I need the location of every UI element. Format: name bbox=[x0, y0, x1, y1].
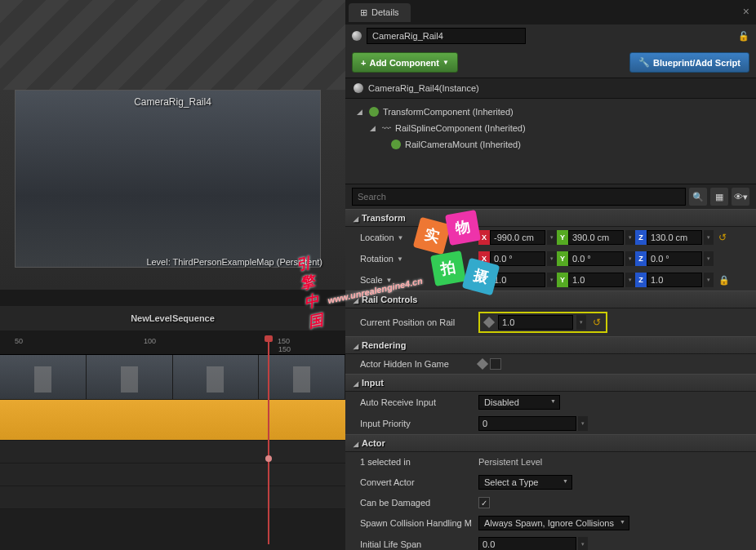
add-component-button[interactable]: + Add Component ▼ bbox=[352, 52, 458, 73]
category-transform[interactable]: Transform bbox=[345, 209, 756, 227]
scale-label: Scale bbox=[360, 275, 383, 285]
category-rendering[interactable]: Rendering bbox=[345, 336, 756, 354]
blueprint-button[interactable]: 🔧 Blueprint/Add Script bbox=[629, 52, 749, 73]
rail-position-label: Current Position on Rail bbox=[360, 317, 455, 327]
scale-z-input[interactable] bbox=[647, 273, 702, 287]
expand-icon[interactable]: ◢ bbox=[357, 108, 365, 116]
matrix-icon[interactable]: ▦ bbox=[710, 188, 728, 206]
spinner-icon[interactable]: ▾ bbox=[578, 537, 588, 550]
component-icon bbox=[391, 140, 401, 149]
persistent-level-text: Persistent Level bbox=[478, 457, 542, 467]
prop-selected-in: 1 selected in Persistent Level bbox=[345, 452, 756, 472]
tick-100: 100 bbox=[144, 337, 156, 345]
component-label: RailCameraMount (Inherited) bbox=[405, 140, 521, 149]
viewport-actor-label: CameraRig_Rail4 bbox=[134, 96, 211, 108]
chevron-down-icon[interactable]: ▼ bbox=[398, 234, 404, 242]
keyframe-icon[interactable] bbox=[483, 317, 495, 328]
viewport-render[interactable] bbox=[15, 90, 321, 268]
auto-receive-dropdown[interactable]: Disabled bbox=[478, 395, 560, 410]
revert-icon[interactable]: ↺ bbox=[718, 232, 727, 243]
rotation-x-input[interactable] bbox=[490, 251, 545, 266]
timeline-ruler[interactable]: 50 100 150 150 bbox=[0, 330, 345, 355]
search-icon[interactable]: 🔍 bbox=[689, 188, 707, 206]
category-rail[interactable]: Rail Controls bbox=[345, 291, 756, 308]
input-priority-label: Input Priority bbox=[360, 419, 411, 428]
spline-icon: 〰 bbox=[382, 123, 391, 133]
spinner-icon[interactable]: ▾ bbox=[547, 230, 557, 245]
component-railcamera[interactable]: RailCameraMount (Inherited) bbox=[345, 136, 756, 153]
keyframe-marker[interactable] bbox=[265, 455, 272, 462]
chevron-down-icon: ▼ bbox=[442, 59, 449, 66]
spinner-icon[interactable]: ▾ bbox=[547, 273, 557, 287]
spinner-icon[interactable]: ▾ bbox=[704, 230, 714, 245]
lock-icon[interactable]: 🔓 bbox=[738, 31, 749, 42]
spinner-icon[interactable]: ▾ bbox=[578, 416, 588, 431]
actor-name-bar: 🔓 bbox=[345, 24, 756, 47]
chevron-down-icon[interactable]: ▼ bbox=[397, 255, 403, 263]
rotation-z-input[interactable] bbox=[647, 251, 702, 266]
eye-icon[interactable]: 👁▾ bbox=[732, 188, 749, 206]
prop-spawn-collision: Spawn Collision Handling M Always Spawn,… bbox=[345, 512, 756, 534]
z-label: Z bbox=[635, 251, 647, 266]
playhead[interactable] bbox=[268, 340, 269, 544]
life-span-input[interactable] bbox=[478, 537, 576, 550]
frame-thumb bbox=[259, 355, 345, 399]
spinner-icon[interactable]: ▾ bbox=[625, 273, 635, 287]
y-label: Y bbox=[557, 251, 568, 266]
lock-icon[interactable]: 🔒 bbox=[718, 275, 730, 286]
close-icon[interactable]: × bbox=[743, 5, 749, 18]
auto-receive-label: Auto Receive Input bbox=[360, 397, 436, 407]
spinner-icon[interactable]: ▾ bbox=[576, 315, 586, 330]
convert-actor-dropdown[interactable]: Select a Type bbox=[478, 475, 572, 490]
sequencer-timeline[interactable]: 50 100 150 150 bbox=[0, 330, 345, 550]
spinner-icon[interactable]: ▾ bbox=[704, 273, 714, 287]
spinner-icon[interactable]: ▾ bbox=[704, 251, 714, 266]
rail-position-input[interactable] bbox=[498, 315, 573, 330]
search-input[interactable] bbox=[352, 188, 686, 206]
prop-hidden-in-game: Actor Hidden In Game bbox=[345, 354, 756, 374]
spinner-icon[interactable]: ▾ bbox=[625, 251, 635, 266]
frame-thumb bbox=[0, 355, 87, 399]
button-row: + Add Component ▼ 🔧 Blueprint/Add Script bbox=[345, 47, 756, 78]
revert-icon[interactable]: ↺ bbox=[593, 317, 601, 328]
actor-name-field[interactable] bbox=[367, 28, 526, 44]
selected-in-label: 1 selected in bbox=[360, 457, 411, 467]
y-label: Y bbox=[557, 230, 568, 245]
input-priority-input[interactable] bbox=[478, 416, 576, 431]
scale-x-input[interactable] bbox=[490, 273, 545, 287]
rotation-label: Rotation bbox=[360, 254, 394, 264]
actor-icon bbox=[354, 83, 363, 93]
location-label: Location bbox=[360, 233, 394, 242]
prop-rail-position: Current Position on Rail ▾ ↺ bbox=[345, 308, 756, 336]
rotation-y-input[interactable] bbox=[568, 251, 624, 266]
category-input[interactable]: Input bbox=[345, 374, 756, 392]
location-y-input[interactable] bbox=[568, 230, 624, 245]
scale-y-input[interactable] bbox=[568, 273, 624, 287]
track-empty[interactable] bbox=[0, 486, 345, 509]
track-empty[interactable] bbox=[0, 464, 345, 486]
spinner-icon[interactable]: ▾ bbox=[547, 251, 557, 266]
spawn-collision-dropdown[interactable]: Always Spawn, Ignore Collisions bbox=[478, 516, 629, 530]
keyframe-icon[interactable] bbox=[477, 358, 488, 370]
camera-cut-track[interactable] bbox=[0, 400, 345, 441]
component-transform[interactable]: ◢ TransformComponent (Inherited) bbox=[345, 104, 756, 120]
hidden-checkbox[interactable] bbox=[490, 358, 501, 370]
add-component-label: Add Component bbox=[369, 58, 439, 68]
x-label: X bbox=[478, 230, 490, 245]
camera-track[interactable] bbox=[0, 355, 345, 400]
instance-row[interactable]: CameraRig_Rail4(Instance) bbox=[345, 78, 756, 99]
location-x-input[interactable] bbox=[490, 230, 545, 245]
category-actor[interactable]: Actor bbox=[345, 434, 756, 452]
spinner-icon[interactable]: ▾ bbox=[625, 230, 635, 245]
component-railspline[interactable]: ◢ 〰 RailSplineComponent (Inherited) bbox=[345, 120, 756, 136]
tick-150a: 150 bbox=[278, 337, 290, 345]
viewport-panel[interactable]: CameraRig_Rail4 Level: ThirdPersonExampl… bbox=[0, 0, 345, 290]
chevron-down-icon[interactable]: ▼ bbox=[386, 277, 393, 284]
track-empty[interactable] bbox=[0, 441, 345, 464]
hidden-label: Actor Hidden In Game bbox=[360, 359, 449, 369]
expand-icon[interactable]: ◢ bbox=[370, 124, 378, 132]
details-tab[interactable]: ⊞ Details bbox=[349, 3, 411, 22]
damaged-checkbox[interactable]: ✓ bbox=[478, 497, 490, 508]
location-z-input[interactable] bbox=[647, 230, 702, 245]
prop-rotation: Rotation▼ X▾ Y▾ Z▾ bbox=[345, 248, 756, 269]
